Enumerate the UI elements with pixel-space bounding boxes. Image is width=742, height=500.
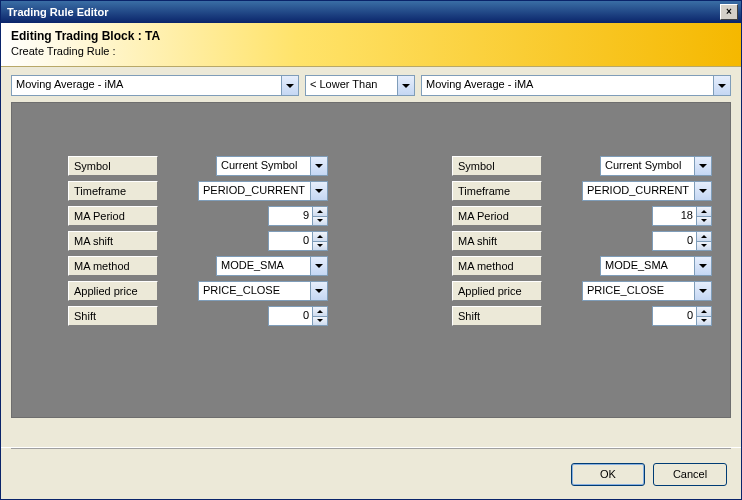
label-timeframe: Timeframe: [68, 181, 158, 201]
left-applied-price-dropdown[interactable]: PRICE_CLOSE: [198, 281, 328, 301]
label-ma-period: MA Period: [68, 206, 158, 226]
left-shift-value: 0: [269, 307, 312, 325]
right-shift-value: 0: [653, 307, 696, 325]
label-timeframe: Timeframe: [452, 181, 542, 201]
left-indicator-dropdown[interactable]: Moving Average - iMA: [11, 75, 299, 96]
header-band: Editing Trading Block : TA Create Tradin…: [1, 23, 741, 67]
header-title: Editing Trading Block : TA: [11, 29, 731, 43]
right-timeframe-value: PERIOD_CURRENT: [583, 182, 694, 200]
label-symbol: Symbol: [68, 156, 158, 176]
chevron-down-icon: [694, 157, 711, 175]
label-applied-price: Applied price: [68, 281, 158, 301]
chevron-down-icon: [310, 182, 327, 200]
cancel-button[interactable]: Cancel: [653, 463, 727, 486]
chevron-down-icon: [310, 157, 327, 175]
spin-up-icon[interactable]: [313, 232, 327, 242]
operator-dropdown[interactable]: < Lower Than: [305, 75, 415, 96]
spin-up-icon[interactable]: [313, 307, 327, 317]
left-ma-shift-value: 0: [269, 232, 312, 250]
right-panel: Symbol Current Symbol Timeframe PERIOD_C…: [452, 155, 712, 330]
spin-up-icon[interactable]: [697, 207, 711, 217]
chevron-down-icon: [713, 76, 730, 95]
header-subtitle: Create Trading Rule :: [11, 45, 731, 57]
label-ma-period: MA Period: [452, 206, 542, 226]
left-shift-spinner[interactable]: 0: [268, 306, 328, 326]
chevron-down-icon: [694, 257, 711, 275]
right-symbol-value: Current Symbol: [601, 157, 694, 175]
label-ma-shift: MA shift: [452, 231, 542, 251]
right-ma-method-dropdown[interactable]: MODE_SMA: [600, 256, 712, 276]
footer: OK Cancel: [1, 447, 741, 499]
work-area: Symbol Current Symbol Timeframe PERIOD_C…: [11, 102, 731, 418]
left-symbol-value: Current Symbol: [217, 157, 310, 175]
right-symbol-dropdown[interactable]: Current Symbol: [600, 156, 712, 176]
right-shift-spinner[interactable]: 0: [652, 306, 712, 326]
right-indicator-value: Moving Average - iMA: [422, 76, 713, 95]
left-timeframe-dropdown[interactable]: PERIOD_CURRENT: [198, 181, 328, 201]
right-ma-shift-value: 0: [653, 232, 696, 250]
label-ma-shift: MA shift: [68, 231, 158, 251]
ok-button[interactable]: OK: [571, 463, 645, 486]
right-ma-period-spinner[interactable]: 18: [652, 206, 712, 226]
operator-value: < Lower Than: [306, 76, 397, 95]
close-button[interactable]: ×: [720, 4, 738, 20]
close-icon: ×: [726, 6, 732, 17]
right-indicator-dropdown[interactable]: Moving Average - iMA: [421, 75, 731, 96]
spin-down-icon[interactable]: [313, 242, 327, 251]
right-ma-shift-spinner[interactable]: 0: [652, 231, 712, 251]
label-symbol: Symbol: [452, 156, 542, 176]
spin-down-icon[interactable]: [697, 242, 711, 251]
left-ma-shift-spinner[interactable]: 0: [268, 231, 328, 251]
left-ma-method-value: MODE_SMA: [217, 257, 310, 275]
left-symbol-dropdown[interactable]: Current Symbol: [216, 156, 328, 176]
chevron-down-icon: [310, 282, 327, 300]
right-applied-price-dropdown[interactable]: PRICE_CLOSE: [582, 281, 712, 301]
chevron-down-icon: [310, 257, 327, 275]
left-indicator-value: Moving Average - iMA: [12, 76, 281, 95]
label-shift: Shift: [452, 306, 542, 326]
spin-down-icon[interactable]: [313, 217, 327, 226]
spin-down-icon[interactable]: [697, 317, 711, 326]
spin-up-icon[interactable]: [313, 207, 327, 217]
label-applied-price: Applied price: [452, 281, 542, 301]
title-bar: Trading Rule Editor ×: [1, 1, 741, 23]
spin-down-icon[interactable]: [697, 217, 711, 226]
chevron-down-icon: [694, 182, 711, 200]
label-ma-method: MA method: [68, 256, 158, 276]
rule-toolbar: Moving Average - iMA < Lower Than Moving…: [1, 67, 741, 102]
chevron-down-icon: [281, 76, 298, 95]
left-applied-price-value: PRICE_CLOSE: [199, 282, 310, 300]
spin-up-icon[interactable]: [697, 232, 711, 242]
left-ma-period-spinner[interactable]: 9: [268, 206, 328, 226]
right-ma-method-value: MODE_SMA: [601, 257, 694, 275]
label-shift: Shift: [68, 306, 158, 326]
right-ma-period-value: 18: [653, 207, 696, 225]
left-ma-period-value: 9: [269, 207, 312, 225]
right-applied-price-value: PRICE_CLOSE: [583, 282, 694, 300]
right-timeframe-dropdown[interactable]: PERIOD_CURRENT: [582, 181, 712, 201]
left-ma-method-dropdown[interactable]: MODE_SMA: [216, 256, 328, 276]
chevron-down-icon: [694, 282, 711, 300]
spin-down-icon[interactable]: [313, 317, 327, 326]
left-panel: Symbol Current Symbol Timeframe PERIOD_C…: [68, 155, 328, 330]
left-timeframe-value: PERIOD_CURRENT: [199, 182, 310, 200]
spin-up-icon[interactable]: [697, 307, 711, 317]
chevron-down-icon: [397, 76, 414, 95]
label-ma-method: MA method: [452, 256, 542, 276]
window-title: Trading Rule Editor: [7, 6, 720, 18]
